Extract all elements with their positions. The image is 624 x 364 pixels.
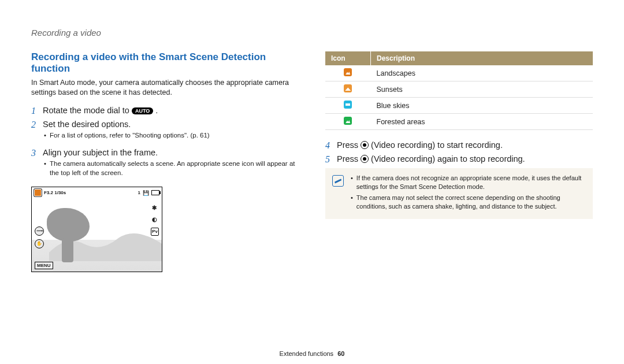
step: 4Press (Video recording) to start record… <box>325 140 593 151</box>
table-row: Blue skies <box>325 98 593 114</box>
note-item: If the camera does not recognize an appr… <box>351 174 585 192</box>
cell-desc: Sunsets <box>371 81 593 98</box>
camera-display: F3.2 1/30s 1 💾 ✱◐Pv🔍 ⟶✋ <box>31 187 162 272</box>
section-title: Recording a video with the Smart Scene D… <box>31 51 299 75</box>
sub-bullet: For a list of options, refer to "Shootin… <box>43 131 299 140</box>
cell-desc: Blue skies <box>371 98 593 114</box>
step-text: Set the desired options. <box>43 120 299 129</box>
step-number: 4 <box>325 140 337 151</box>
icon-table: Icon Description LandscapesSunsetsBlue s… <box>325 51 593 130</box>
step-body: Rotate the mode dial to AUTO . <box>43 106 299 116</box>
step-number: 5 <box>325 154 337 165</box>
columns: Recording a video with the Smart Scene D… <box>31 51 593 272</box>
scene-icon <box>34 189 42 196</box>
auto-pill: AUTO <box>132 107 153 115</box>
step-body: Align your subject in the frame.The came… <box>43 148 299 182</box>
intro-text: In Smart Auto mode, your camera automati… <box>31 78 299 98</box>
record-icon <box>361 155 369 163</box>
step-number: 1 <box>31 106 43 116</box>
scene-mini-icon <box>344 84 352 92</box>
scene-mini-icon <box>344 68 352 76</box>
table-row: Forested areas <box>325 114 593 130</box>
left-overlay-icons: ⟶✋ <box>35 226 44 248</box>
table-row: Landscapes <box>325 65 593 81</box>
step-text: Align your subject in the frame. <box>43 148 299 157</box>
page: Recording a video Recording a video with… <box>0 0 624 364</box>
cell-icon <box>325 65 371 81</box>
note-icon <box>332 175 344 187</box>
cell-icon <box>325 98 371 114</box>
battery-icon <box>151 190 159 195</box>
scene-mini-icon <box>344 101 352 109</box>
scene-mini-icon <box>344 117 352 125</box>
notes-list: If the camera does not recognize an appr… <box>351 174 585 211</box>
step-text: Rotate the mode dial to AUTO . <box>43 106 299 115</box>
steps-right: 4Press (Video recording) to start record… <box>325 140 593 165</box>
page-header: Recording a video <box>31 28 593 38</box>
step-text: Press (Video recording) to start recordi… <box>337 140 593 150</box>
step-number: 3 <box>31 148 43 182</box>
steps-left: 1Rotate the mode dial to AUTO .2Set the … <box>31 106 299 183</box>
th-icon: Icon <box>325 51 371 65</box>
sub-bullet: The camera automatically selects a scene… <box>43 159 299 177</box>
cell-desc: Landscapes <box>371 65 593 81</box>
cell-icon <box>325 81 371 98</box>
footer-section: Extended functions <box>280 350 334 357</box>
step-text: Press (Video recording) again to stop re… <box>337 154 593 164</box>
tree-top <box>47 208 90 242</box>
note-box: If the camera does not recognize an appr… <box>325 168 593 219</box>
cell-icon <box>325 114 371 130</box>
th-description: Description <box>371 51 593 65</box>
aperture-text: F3.2 1/30s <box>44 190 66 195</box>
step-number: 2 <box>31 120 43 145</box>
tree-trunk <box>62 238 73 262</box>
step: 1Rotate the mode dial to AUTO . <box>31 106 299 116</box>
table-row: Sunsets <box>325 81 593 98</box>
left-column: Recording a video with the Smart Scene D… <box>31 51 299 272</box>
card-indicator: 1 <box>138 190 140 195</box>
step-body: Press (Video recording) to start recordi… <box>337 140 593 151</box>
sub-bullets: For a list of options, refer to "Shootin… <box>43 131 299 140</box>
cell-desc: Forested areas <box>371 114 593 130</box>
footer-page-number: 60 <box>337 350 344 357</box>
step: 2Set the desired options.For a list of o… <box>31 120 299 145</box>
record-icon <box>361 141 369 149</box>
note-item: The camera may not select the correct sc… <box>351 194 585 211</box>
step: 3Align your subject in the frame.The cam… <box>31 148 299 182</box>
step: 5Press (Video recording) again to stop r… <box>325 154 593 165</box>
right-column: Icon Description LandscapesSunsetsBlue s… <box>325 51 593 272</box>
menu-button: MENU <box>35 262 53 269</box>
footer: Extended functions 60 <box>0 350 624 357</box>
step-body: Set the desired options.For a list of op… <box>43 120 299 145</box>
step-body: Press (Video recording) again to stop re… <box>337 154 593 165</box>
sub-bullets: The camera automatically selects a scene… <box>43 159 299 177</box>
